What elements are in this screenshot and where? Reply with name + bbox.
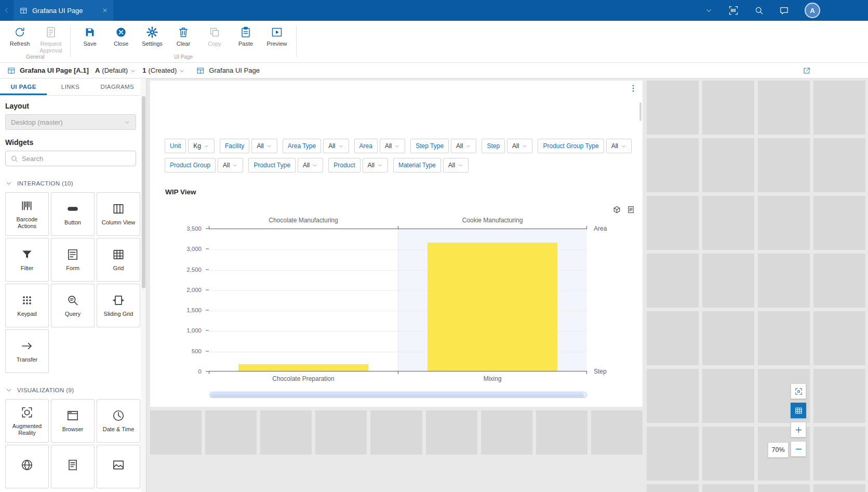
chat-icon[interactable]	[779, 6, 789, 16]
filter-value-dropdown[interactable]: All	[363, 158, 388, 172]
toolbar-group-label: UI Page	[74, 54, 292, 61]
image-icon	[112, 458, 125, 472]
widget-date-time[interactable]: Date & Time	[97, 399, 140, 443]
widget-form[interactable]: Form	[51, 238, 95, 282]
grid-toggle-button[interactable]	[791, 403, 806, 418]
filter-value-dropdown[interactable]: Kg	[188, 139, 215, 153]
widget-keypad[interactable]: Keypad	[5, 284, 49, 327]
filter-value-dropdown[interactable]: All	[380, 139, 405, 153]
chart-category-label: Mixing	[398, 375, 587, 382]
placeholder-tile	[813, 81, 865, 135]
filter-value-dropdown[interactable]: All	[606, 139, 632, 153]
filter-value-dropdown[interactable]: All	[507, 139, 532, 153]
chevron-down-icon	[266, 143, 272, 149]
filter-label-chip[interactable]: Product Group Type	[538, 139, 604, 153]
tab-ui-page[interactable]: UI PAGE	[0, 78, 47, 95]
clear-button[interactable]: Clear	[168, 22, 199, 47]
placeholder-tile	[260, 410, 312, 455]
ui-page-icon	[20, 7, 28, 15]
user-avatar[interactable]: A	[805, 3, 820, 18]
widget-grid[interactable]: Grid	[97, 238, 140, 282]
search-input[interactable]	[22, 155, 131, 163]
widget-transfer[interactable]: Transfer	[5, 329, 49, 373]
cube-icon[interactable]	[612, 205, 621, 214]
sidebar-scrollbar-thumb[interactable]	[142, 96, 145, 288]
design-canvas[interactable]: UnitKgFacilityAllArea TypeAllAreaAllStep…	[150, 81, 643, 407]
chart-scrollbar-thumb[interactable]	[211, 393, 584, 397]
form-icon	[66, 248, 79, 261]
placeholder-tile	[150, 410, 202, 455]
placeholder-tile	[481, 410, 532, 455]
widget-browser[interactable]: Browser	[51, 399, 95, 443]
chart-group-label: Cookie Manufacturing	[398, 217, 587, 224]
filter-value-dropdown[interactable]: All	[298, 158, 323, 172]
widget-barcode-actions[interactable]: Barcode Actions	[5, 192, 49, 236]
tab-diagrams[interactable]: DIAGRAMS	[94, 78, 141, 95]
widget-column-view[interactable]: Column View	[97, 192, 140, 236]
filter-label-chip[interactable]: Step	[482, 139, 505, 153]
widget-filter[interactable]: Filter	[5, 238, 49, 282]
ui-page-icon	[7, 67, 16, 75]
filter-label-chip[interactable]: Unit	[165, 139, 186, 153]
filter-label-chip[interactable]: Product	[328, 158, 360, 172]
widget-augmented-reality[interactable]: Augmented Reality	[5, 399, 49, 443]
section-header-interaction-10[interactable]: INTERACTION (10)	[5, 180, 136, 187]
widget-sliding-grid[interactable]: Sliding Grid	[97, 284, 140, 327]
filter-value-dropdown[interactable]: All	[251, 139, 277, 153]
canvas-scrollbar-thumb[interactable]	[639, 102, 642, 121]
filter-label-chip[interactable]: Step Type	[410, 139, 449, 153]
open-in-new-icon[interactable]	[803, 67, 811, 75]
preview-button[interactable]: Preview	[261, 22, 292, 47]
filter-label-chip[interactable]: Area	[354, 139, 378, 153]
widget-partial-6[interactable]	[97, 445, 140, 488]
revision-selector[interactable]: 1 (Created)	[142, 67, 185, 74]
dropdown-chevron-icon[interactable]	[705, 7, 713, 15]
filter-step-type: Step TypeAll	[410, 139, 476, 153]
placeholder-tile	[758, 196, 810, 250]
section-header-visualization-9[interactable]: VISUALIZATION (9)	[5, 387, 136, 394]
copy-icon	[208, 25, 221, 39]
close-button[interactable]: Close	[105, 22, 137, 47]
filter-label-chip[interactable]: Area Type	[283, 139, 321, 153]
save-button[interactable]: Save	[74, 22, 105, 47]
kebab-menu-icon[interactable]	[629, 84, 638, 93]
settings-button[interactable]: Settings	[137, 22, 168, 47]
zoom-out-button[interactable]	[791, 441, 806, 457]
filter-label-chip[interactable]: Product Type	[248, 158, 296, 172]
fit-screen-button[interactable]	[791, 383, 806, 399]
filter-value-dropdown[interactable]: All	[451, 139, 476, 153]
toolbar-group-label: General	[4, 54, 66, 61]
back-chevron-icon[interactable]	[0, 6, 14, 15]
filter-value-dropdown[interactable]: All	[443, 158, 469, 172]
layout-dropdown[interactable]: Desktop (master)	[5, 114, 136, 130]
version-state: (Default)	[102, 67, 128, 74]
filter-value-dropdown[interactable]: All	[323, 139, 349, 153]
widget-partial-4[interactable]	[5, 445, 49, 488]
filter-label-chip[interactable]: Material Type	[393, 158, 441, 172]
widget-button[interactable]: Button	[51, 192, 95, 236]
tab-links[interactable]: LINKS	[47, 78, 94, 95]
scan-icon[interactable]	[728, 5, 739, 16]
toolbar-button-label: Save	[83, 41, 96, 47]
breadcrumb-page[interactable]: Grafana UI Page	[196, 67, 260, 75]
version-selector[interactable]: A (Default)	[95, 67, 136, 74]
filter-unit: UnitKg	[165, 139, 215, 153]
tab-close-icon[interactable]	[102, 7, 108, 14]
paste-button[interactable]: Paste	[230, 22, 261, 47]
widget-label: Filter	[19, 265, 35, 272]
top-axis-label: Area	[594, 225, 607, 232]
filter-value-dropdown[interactable]: All	[218, 158, 243, 172]
search-icon[interactable]	[754, 6, 764, 15]
placeholder-tile	[702, 311, 754, 365]
chart-horizontal-scrollbar[interactable]	[209, 392, 587, 398]
filter-label-chip[interactable]: Product Group	[165, 158, 216, 172]
page-tab[interactable]: Grafana UI Page	[14, 0, 113, 21]
zoom-in-button[interactable]	[791, 422, 806, 437]
filter-label-chip[interactable]: Facility	[220, 139, 249, 153]
bar-chart-plot[interactable]	[209, 229, 587, 371]
widget-query[interactable]: Query	[51, 284, 95, 327]
report-icon[interactable]	[626, 205, 635, 214]
refresh-button[interactable]: Refresh	[4, 22, 35, 54]
widget-partial-5[interactable]	[51, 445, 95, 488]
bar-mixing	[428, 243, 557, 371]
